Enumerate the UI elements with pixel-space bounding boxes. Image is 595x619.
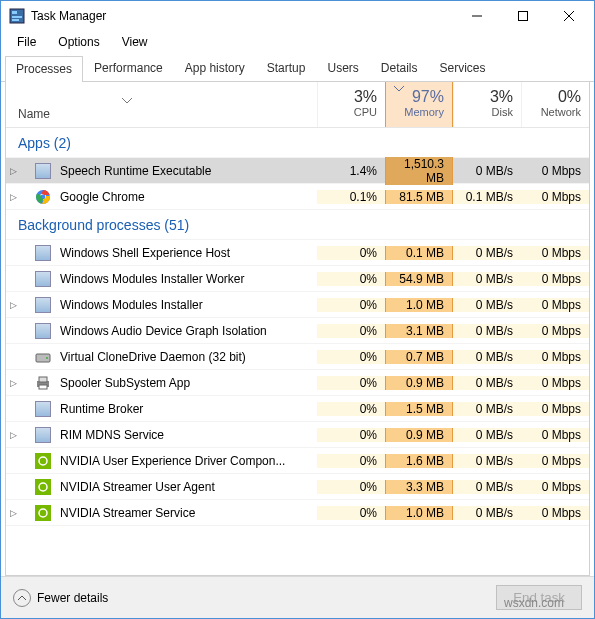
task-manager-icon — [9, 8, 25, 24]
network-cell: 0 Mbps — [521, 376, 589, 390]
fewer-details-button[interactable]: Fewer details — [13, 589, 108, 607]
memory-cell: 3.1 MB — [385, 324, 453, 338]
table-row[interactable]: ▷RIM MDNS Service0%0.9 MB0 MB/s0 Mbps — [6, 422, 589, 448]
network-cell: 0 Mbps — [521, 506, 589, 520]
process-name: Runtime Broker — [58, 402, 317, 416]
disk-cell: 0 MB/s — [453, 350, 521, 364]
tab-details[interactable]: Details — [370, 55, 429, 81]
table-row[interactable]: Windows Audio Device Graph Isolation0%3.… — [6, 318, 589, 344]
memory-cell: 3.3 MB — [385, 480, 453, 494]
menu-view[interactable]: View — [112, 33, 158, 51]
column-name[interactable]: Name — [6, 82, 317, 127]
table-row[interactable]: ▷Google Chrome0.1%81.5 MB0.1 MB/s0 Mbps — [6, 184, 589, 210]
table-row[interactable]: ▷Speech Runtime Executable1.4%1,510.3 MB… — [6, 158, 589, 184]
memory-cell: 1,510.3 MB — [385, 157, 453, 185]
disk-cell: 0 MB/s — [453, 376, 521, 390]
app-icon — [34, 163, 52, 179]
minimize-button[interactable] — [454, 1, 500, 31]
memory-cell: 54.9 MB — [385, 272, 453, 286]
process-name: NVIDIA Streamer Service — [58, 506, 317, 520]
expand-toggle[interactable]: ▷ — [6, 166, 20, 176]
svg-rect-16 — [35, 453, 51, 469]
close-button[interactable] — [546, 1, 592, 31]
tab-app-history[interactable]: App history — [174, 55, 256, 81]
group-header: Background processes (51) — [6, 210, 589, 240]
svg-rect-1 — [12, 11, 17, 14]
table-row[interactable]: Virtual CloneDrive Daemon (32 bit)0%0.7 … — [6, 344, 589, 370]
network-cell: 0 Mbps — [521, 324, 589, 338]
table-row[interactable]: ▷NVIDIA Streamer Service0%1.0 MB0 MB/s0 … — [6, 500, 589, 526]
expand-toggle[interactable]: ▷ — [6, 508, 20, 518]
column-disk[interactable]: 3% Disk — [453, 82, 521, 127]
cpu-cell: 0% — [317, 428, 385, 442]
drive-icon — [34, 349, 52, 365]
process-name: RIM MDNS Service — [58, 428, 317, 442]
column-network[interactable]: 0% Network — [521, 82, 589, 127]
menu-options[interactable]: Options — [48, 33, 109, 51]
tab-services[interactable]: Services — [429, 55, 497, 81]
disk-cell: 0 MB/s — [453, 246, 521, 260]
cpu-cell: 0% — [317, 376, 385, 390]
disk-cell: 0 MB/s — [453, 298, 521, 312]
menubar: File Options View — [1, 31, 594, 53]
process-name: Windows Shell Experience Host — [58, 246, 317, 260]
cpu-cell: 0% — [317, 324, 385, 338]
watermark: wsxdn.com — [504, 596, 564, 610]
app-icon — [34, 271, 52, 287]
cpu-cell: 0% — [317, 298, 385, 312]
table-row[interactable]: Windows Modules Installer Worker0%54.9 M… — [6, 266, 589, 292]
expand-toggle[interactable]: ▷ — [6, 378, 20, 388]
network-cell: 0 Mbps — [521, 428, 589, 442]
process-name: NVIDIA Streamer User Agent — [58, 480, 317, 494]
expand-toggle[interactable]: ▷ — [6, 430, 20, 440]
table-row[interactable]: Windows Shell Experience Host0%0.1 MB0 M… — [6, 240, 589, 266]
process-name: Spooler SubSystem App — [58, 376, 317, 390]
cpu-cell: 0% — [317, 480, 385, 494]
tab-users[interactable]: Users — [316, 55, 369, 81]
table-row[interactable]: ▷Windows Modules Installer0%1.0 MB0 MB/s… — [6, 292, 589, 318]
process-name: Virtual CloneDrive Daemon (32 bit) — [58, 350, 317, 364]
network-cell: 0 Mbps — [521, 480, 589, 494]
app-icon — [34, 297, 52, 313]
cpu-cell: 0% — [317, 272, 385, 286]
cpu-cell: 0% — [317, 402, 385, 416]
group-title: Apps (2) — [6, 135, 317, 151]
disk-cell: 0 MB/s — [453, 272, 521, 286]
tab-startup[interactable]: Startup — [256, 55, 317, 81]
network-cell: 0 Mbps — [521, 246, 589, 260]
tab-processes[interactable]: Processes — [5, 56, 83, 82]
column-cpu[interactable]: 3% CPU — [317, 82, 385, 127]
cpu-cell: 0.1% — [317, 190, 385, 204]
table-row[interactable]: Runtime Broker0%1.5 MB0 MB/s0 Mbps — [6, 396, 589, 422]
network-cell: 0 Mbps — [521, 164, 589, 178]
titlebar[interactable]: Task Manager — [1, 1, 594, 31]
memory-cell: 0.1 MB — [385, 246, 453, 260]
table-row[interactable]: NVIDIA Streamer User Agent0%3.3 MB0 MB/s… — [6, 474, 589, 500]
cpu-cell: 1.4% — [317, 164, 385, 178]
table-row[interactable]: ▷Spooler SubSystem App0%0.9 MB0 MB/s0 Mb… — [6, 370, 589, 396]
tab-performance[interactable]: Performance — [83, 55, 174, 81]
memory-cell: 0.9 MB — [385, 428, 453, 442]
expand-toggle[interactable]: ▷ — [6, 300, 20, 310]
menu-file[interactable]: File — [7, 33, 46, 51]
nvidia-icon — [34, 453, 52, 469]
svg-rect-20 — [35, 505, 51, 521]
svg-rect-3 — [12, 19, 19, 21]
process-name: Windows Audio Device Graph Isolation — [58, 324, 317, 338]
cpu-cell: 0% — [317, 246, 385, 260]
column-memory[interactable]: 97% Memory — [385, 82, 453, 127]
disk-cell: 0 MB/s — [453, 324, 521, 338]
memory-cell: 0.7 MB — [385, 350, 453, 364]
expand-toggle[interactable]: ▷ — [6, 192, 20, 202]
svg-point-12 — [46, 357, 48, 359]
process-name: Speech Runtime Executable — [58, 164, 317, 178]
cpu-cell: 0% — [317, 454, 385, 468]
process-name: Windows Modules Installer Worker — [58, 272, 317, 286]
process-name: Google Chrome — [58, 190, 317, 204]
disk-cell: 0 MB/s — [453, 480, 521, 494]
process-list[interactable]: Apps (2)▷Speech Runtime Executable1.4%1,… — [6, 128, 589, 575]
table-row[interactable]: NVIDIA User Experience Driver Compon...0… — [6, 448, 589, 474]
disk-cell: 0 MB/s — [453, 454, 521, 468]
process-name: Windows Modules Installer — [58, 298, 317, 312]
maximize-button[interactable] — [500, 1, 546, 31]
